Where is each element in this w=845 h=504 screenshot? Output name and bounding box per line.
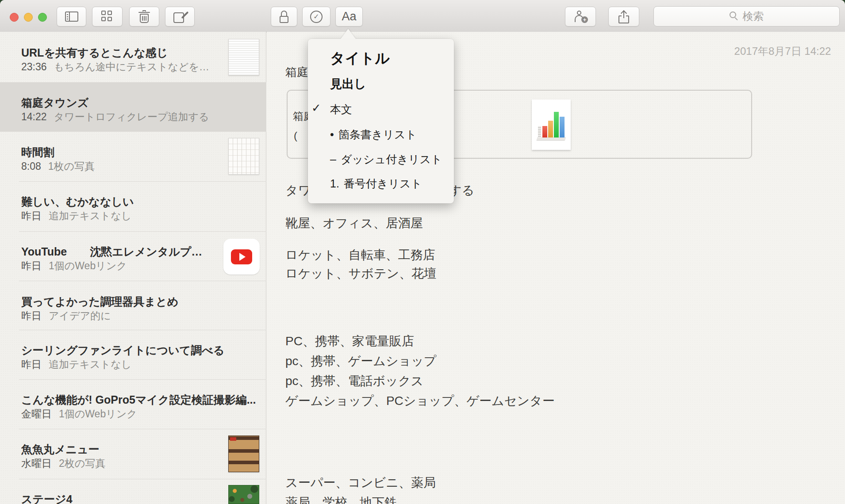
note-item-title: ステージ4	[21, 492, 73, 504]
notes-window: ✓ Aa + 検索 URLを共有するとこんな感じ 23:36もちろん途中にテキス…	[0, 0, 845, 504]
note-line: pc、携帯、ゲームショップ	[285, 353, 437, 370]
note-line: スーパー、コンビニ、薬局	[285, 474, 436, 491]
search-placeholder: 検索	[743, 9, 764, 23]
add-person-icon: +	[573, 11, 588, 23]
note-item-time: 8:08	[21, 160, 41, 172]
attachment-size: (	[294, 130, 297, 142]
note-item-preview: 1個のWebリンク	[59, 408, 137, 420]
checklist-icon: ✓	[310, 11, 323, 23]
note-item-title: 時間割	[21, 145, 54, 160]
note-item-time: 昨日	[21, 310, 42, 321]
note-item-time: 昨日	[21, 260, 42, 271]
note-item-preview: アイデア的に	[49, 310, 111, 321]
note-line: ロケット、自転車、工務店	[285, 247, 435, 263]
note-item-title: シーリングファンライトについて調べる	[21, 343, 224, 358]
list-item[interactable]: こんな機能が! GoPro5マイク設定検証撮影編... 金曜日1個のWebリンク	[0, 379, 266, 429]
note-item-time: 23:36	[21, 61, 47, 73]
delete-note-button[interactable]	[129, 7, 159, 27]
format-button-label: Aa	[342, 10, 356, 23]
list-item[interactable]: 時間割 8:081枚の写真	[0, 132, 266, 181]
list-item[interactable]: 買ってよかった調理器具まとめ 昨日アイデア的に	[0, 281, 266, 331]
trash-icon	[138, 10, 150, 23]
note-item-time: 14:22	[21, 111, 47, 122]
list-item[interactable]: ステージ4	[0, 479, 266, 504]
note-item-preview: 2枚の写真	[59, 458, 105, 469]
new-note-button[interactable]	[165, 7, 195, 27]
note-item-preview: タワートロフィクレープ追加する	[54, 111, 209, 122]
note-line: ロケット、サボテン、花壇	[285, 265, 436, 282]
youtube-play-icon	[231, 249, 252, 264]
menu-item-title[interactable]: タイトル	[330, 49, 390, 69]
youtube-thumbnail	[223, 239, 260, 275]
menu-item-body[interactable]: 本文	[330, 102, 352, 117]
close-window-button[interactable]	[10, 13, 19, 22]
note-item-preview: 1個のWebリンク	[49, 260, 127, 271]
note-item-title: こんな機能が! GoPro5マイク設定検証撮影編...	[21, 393, 256, 407]
note-item-title: 買ってよかった調理器具まとめ	[21, 294, 178, 309]
note-item-title: 箱庭タウンズ	[21, 95, 88, 110]
note-item-title: 難しい、むかななしい	[21, 195, 134, 209]
share-icon	[618, 10, 629, 23]
note-item-time: 昨日	[21, 359, 42, 370]
menu-item-bulleted-list[interactable]: •箇条書きリスト	[330, 127, 417, 142]
format-popup-arrow	[341, 29, 356, 39]
list-item[interactable]: 難しい、むかななしい 昨日追加テキストなし	[0, 181, 266, 231]
note-line: 靴屋、オフィス、居酒屋	[285, 215, 423, 232]
note-item-preview: 追加テキストなし	[49, 359, 131, 370]
note-item-preview: 追加テキストなし	[49, 210, 131, 221]
menu-item-heading[interactable]: 見出し	[330, 76, 366, 92]
add-people-button[interactable]: +	[565, 7, 596, 27]
list-item[interactable]: 魚魚丸メニュー 水曜日2枚の写真	[0, 429, 266, 478]
note-item-title-2: 沈黙エレメンタルプ…	[90, 245, 202, 258]
note-item-preview: もちろん途中にテキストなどを…	[54, 61, 209, 73]
format-button[interactable]: Aa	[335, 7, 363, 27]
list-item[interactable]: シーリングファンライトについて調べる 昨日追加テキストなし	[0, 330, 266, 379]
note-line: 薬局、学校、地下鉄	[285, 494, 397, 504]
list-item[interactable]: YouTube沈黙エレメンタルプ… 昨日1個のWebリンク	[0, 231, 266, 281]
checkmark-icon: ✓	[311, 101, 321, 115]
dash-icon: –	[330, 153, 336, 165]
numbers-document-icon	[532, 99, 571, 150]
note-item-preview: 1枚の写真	[48, 160, 95, 172]
note-item-time: 金曜日	[21, 408, 52, 420]
format-popup: タイトル 見出し ✓ 本文 •箇条書きリスト –ダッシュ付きリスト 1.番号付き…	[308, 39, 454, 203]
number-prefix: 1.	[330, 177, 339, 190]
zoom-window-button[interactable]	[38, 13, 47, 22]
toggle-sidebar-button[interactable]	[57, 7, 86, 27]
note-line: pc、携帯、電話ボックス	[285, 373, 423, 389]
grid-view-button[interactable]	[92, 7, 123, 27]
note-item-title: URLを共有するとこんな感じ	[21, 46, 168, 60]
note-item-time: 水曜日	[21, 458, 52, 469]
note-line: ゲームショップ、PCショップ、ゲームセンター	[285, 393, 555, 409]
note-item-title: YouTube	[21, 245, 67, 258]
lock-icon	[280, 11, 288, 23]
game-map-thumbnail	[228, 485, 259, 504]
checklist-button[interactable]: ✓	[302, 7, 330, 27]
note-list-sidebar: URLを共有するとこんな感じ 23:36もちろん途中にテキストなどを… 箱庭タウ…	[0, 32, 266, 504]
note-line: PC、携帯、家電量販店	[285, 333, 414, 350]
menu-item-numbered-list[interactable]: 1.番号付きリスト	[330, 176, 422, 191]
menu-photo-thumbnail	[228, 435, 259, 472]
search-input[interactable]: 検索	[653, 6, 840, 27]
bullet-icon: •	[330, 128, 334, 141]
minimize-window-button[interactable]	[24, 13, 33, 22]
spreadsheet-thumbnail	[228, 39, 259, 76]
note-item-title: 魚魚丸メニュー	[21, 442, 100, 457]
search-icon	[730, 11, 739, 21]
list-item[interactable]: URLを共有するとこんな感じ 23:36もちろん途中にテキストなどを…	[0, 32, 266, 82]
menu-item-dashed-list[interactable]: –ダッシュ付きリスト	[330, 152, 442, 167]
note-item-time: 昨日	[21, 210, 42, 221]
note-date: 2017年8月7日 14:22	[734, 44, 831, 58]
list-item-selected[interactable]: 箱庭タウンズ 14:22タワートロフィクレープ追加する	[0, 82, 266, 132]
sidebar-toggle-icon	[65, 11, 78, 22]
lock-note-button[interactable]	[271, 7, 297, 27]
schedule-thumbnail	[228, 138, 259, 175]
compose-icon	[173, 11, 187, 23]
grid-view-icon	[101, 11, 113, 23]
share-button[interactable]	[608, 7, 639, 27]
toolbar: ✓ Aa + 検索	[0, 0, 845, 32]
